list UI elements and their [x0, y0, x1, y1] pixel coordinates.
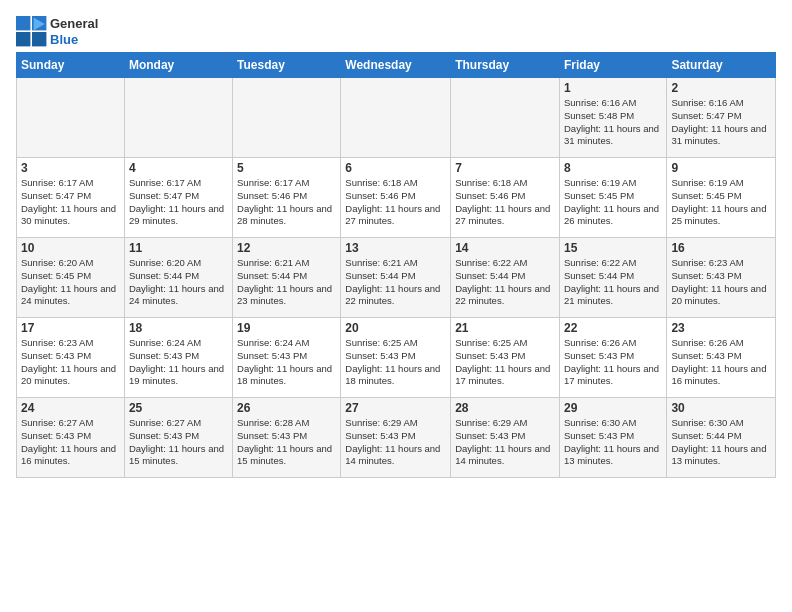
calendar-cell: 4Sunrise: 6:17 AM Sunset: 5:47 PM Daylig…	[124, 158, 232, 238]
day-info: Sunrise: 6:24 AM Sunset: 5:43 PM Dayligh…	[237, 337, 336, 388]
day-info: Sunrise: 6:30 AM Sunset: 5:43 PM Dayligh…	[564, 417, 662, 468]
calendar-cell: 9Sunrise: 6:19 AM Sunset: 5:45 PM Daylig…	[667, 158, 776, 238]
calendar-cell: 28Sunrise: 6:29 AM Sunset: 5:43 PM Dayli…	[451, 398, 560, 478]
day-number: 2	[671, 81, 771, 95]
day-info: Sunrise: 6:16 AM Sunset: 5:47 PM Dayligh…	[671, 97, 771, 148]
day-info: Sunrise: 6:17 AM Sunset: 5:46 PM Dayligh…	[237, 177, 336, 228]
logo: General Blue	[16, 16, 98, 48]
calendar-cell: 16Sunrise: 6:23 AM Sunset: 5:43 PM Dayli…	[667, 238, 776, 318]
day-info: Sunrise: 6:26 AM Sunset: 5:43 PM Dayligh…	[671, 337, 771, 388]
day-number: 25	[129, 401, 228, 415]
calendar-cell: 6Sunrise: 6:18 AM Sunset: 5:46 PM Daylig…	[341, 158, 451, 238]
day-info: Sunrise: 6:22 AM Sunset: 5:44 PM Dayligh…	[564, 257, 662, 308]
header-saturday: Saturday	[667, 53, 776, 78]
day-number: 14	[455, 241, 555, 255]
header-tuesday: Tuesday	[233, 53, 341, 78]
calendar-cell: 15Sunrise: 6:22 AM Sunset: 5:44 PM Dayli…	[559, 238, 666, 318]
svg-rect-0	[16, 16, 30, 30]
day-number: 30	[671, 401, 771, 415]
calendar-cell: 3Sunrise: 6:17 AM Sunset: 5:47 PM Daylig…	[17, 158, 125, 238]
day-info: Sunrise: 6:21 AM Sunset: 5:44 PM Dayligh…	[345, 257, 446, 308]
calendar-cell: 11Sunrise: 6:20 AM Sunset: 5:44 PM Dayli…	[124, 238, 232, 318]
calendar-cell: 22Sunrise: 6:26 AM Sunset: 5:43 PM Dayli…	[559, 318, 666, 398]
calendar-header-row: SundayMondayTuesdayWednesdayThursdayFrid…	[17, 53, 776, 78]
day-number: 19	[237, 321, 336, 335]
day-info: Sunrise: 6:18 AM Sunset: 5:46 PM Dayligh…	[455, 177, 555, 228]
calendar-week-row: 3Sunrise: 6:17 AM Sunset: 5:47 PM Daylig…	[17, 158, 776, 238]
day-info: Sunrise: 6:19 AM Sunset: 5:45 PM Dayligh…	[564, 177, 662, 228]
calendar-cell: 17Sunrise: 6:23 AM Sunset: 5:43 PM Dayli…	[17, 318, 125, 398]
day-number: 5	[237, 161, 336, 175]
calendar-cell: 2Sunrise: 6:16 AM Sunset: 5:47 PM Daylig…	[667, 78, 776, 158]
calendar-cell: 14Sunrise: 6:22 AM Sunset: 5:44 PM Dayli…	[451, 238, 560, 318]
calendar-cell	[17, 78, 125, 158]
day-info: Sunrise: 6:20 AM Sunset: 5:45 PM Dayligh…	[21, 257, 120, 308]
calendar-cell: 29Sunrise: 6:30 AM Sunset: 5:43 PM Dayli…	[559, 398, 666, 478]
day-number: 11	[129, 241, 228, 255]
logo-name-blue: Blue	[50, 32, 98, 48]
day-number: 21	[455, 321, 555, 335]
day-info: Sunrise: 6:19 AM Sunset: 5:45 PM Dayligh…	[671, 177, 771, 228]
day-number: 26	[237, 401, 336, 415]
day-info: Sunrise: 6:29 AM Sunset: 5:43 PM Dayligh…	[345, 417, 446, 468]
calendar-cell: 13Sunrise: 6:21 AM Sunset: 5:44 PM Dayli…	[341, 238, 451, 318]
calendar-cell: 19Sunrise: 6:24 AM Sunset: 5:43 PM Dayli…	[233, 318, 341, 398]
header-sunday: Sunday	[17, 53, 125, 78]
calendar-cell	[341, 78, 451, 158]
day-number: 4	[129, 161, 228, 175]
day-info: Sunrise: 6:25 AM Sunset: 5:43 PM Dayligh…	[345, 337, 446, 388]
day-number: 6	[345, 161, 446, 175]
calendar-cell	[233, 78, 341, 158]
page-header: General Blue	[16, 16, 776, 48]
day-info: Sunrise: 6:17 AM Sunset: 5:47 PM Dayligh…	[21, 177, 120, 228]
day-number: 1	[564, 81, 662, 95]
svg-rect-3	[32, 32, 46, 46]
header-monday: Monday	[124, 53, 232, 78]
day-info: Sunrise: 6:27 AM Sunset: 5:43 PM Dayligh…	[21, 417, 120, 468]
day-number: 15	[564, 241, 662, 255]
day-number: 18	[129, 321, 228, 335]
calendar-cell: 23Sunrise: 6:26 AM Sunset: 5:43 PM Dayli…	[667, 318, 776, 398]
day-number: 22	[564, 321, 662, 335]
day-info: Sunrise: 6:17 AM Sunset: 5:47 PM Dayligh…	[129, 177, 228, 228]
calendar-cell: 5Sunrise: 6:17 AM Sunset: 5:46 PM Daylig…	[233, 158, 341, 238]
calendar-table: SundayMondayTuesdayWednesdayThursdayFrid…	[16, 52, 776, 478]
day-number: 24	[21, 401, 120, 415]
day-number: 17	[21, 321, 120, 335]
calendar-week-row: 24Sunrise: 6:27 AM Sunset: 5:43 PM Dayli…	[17, 398, 776, 478]
calendar-cell: 20Sunrise: 6:25 AM Sunset: 5:43 PM Dayli…	[341, 318, 451, 398]
day-number: 23	[671, 321, 771, 335]
header-friday: Friday	[559, 53, 666, 78]
calendar-week-row: 17Sunrise: 6:23 AM Sunset: 5:43 PM Dayli…	[17, 318, 776, 398]
day-number: 10	[21, 241, 120, 255]
calendar-cell: 12Sunrise: 6:21 AM Sunset: 5:44 PM Dayli…	[233, 238, 341, 318]
svg-rect-2	[16, 32, 30, 46]
calendar-cell: 8Sunrise: 6:19 AM Sunset: 5:45 PM Daylig…	[559, 158, 666, 238]
calendar-cell: 26Sunrise: 6:28 AM Sunset: 5:43 PM Dayli…	[233, 398, 341, 478]
day-number: 16	[671, 241, 771, 255]
day-info: Sunrise: 6:27 AM Sunset: 5:43 PM Dayligh…	[129, 417, 228, 468]
calendar-cell: 30Sunrise: 6:30 AM Sunset: 5:44 PM Dayli…	[667, 398, 776, 478]
day-info: Sunrise: 6:18 AM Sunset: 5:46 PM Dayligh…	[345, 177, 446, 228]
day-number: 29	[564, 401, 662, 415]
calendar-cell: 25Sunrise: 6:27 AM Sunset: 5:43 PM Dayli…	[124, 398, 232, 478]
logo-name-general: General	[50, 16, 98, 32]
calendar-cell: 18Sunrise: 6:24 AM Sunset: 5:43 PM Dayli…	[124, 318, 232, 398]
day-info: Sunrise: 6:28 AM Sunset: 5:43 PM Dayligh…	[237, 417, 336, 468]
day-number: 7	[455, 161, 555, 175]
day-info: Sunrise: 6:25 AM Sunset: 5:43 PM Dayligh…	[455, 337, 555, 388]
day-number: 9	[671, 161, 771, 175]
day-info: Sunrise: 6:16 AM Sunset: 5:48 PM Dayligh…	[564, 97, 662, 148]
day-info: Sunrise: 6:23 AM Sunset: 5:43 PM Dayligh…	[671, 257, 771, 308]
day-number: 8	[564, 161, 662, 175]
day-info: Sunrise: 6:23 AM Sunset: 5:43 PM Dayligh…	[21, 337, 120, 388]
day-number: 27	[345, 401, 446, 415]
header-thursday: Thursday	[451, 53, 560, 78]
day-number: 28	[455, 401, 555, 415]
day-info: Sunrise: 6:20 AM Sunset: 5:44 PM Dayligh…	[129, 257, 228, 308]
calendar-cell: 24Sunrise: 6:27 AM Sunset: 5:43 PM Dayli…	[17, 398, 125, 478]
day-info: Sunrise: 6:30 AM Sunset: 5:44 PM Dayligh…	[671, 417, 771, 468]
day-info: Sunrise: 6:24 AM Sunset: 5:43 PM Dayligh…	[129, 337, 228, 388]
day-info: Sunrise: 6:26 AM Sunset: 5:43 PM Dayligh…	[564, 337, 662, 388]
day-number: 12	[237, 241, 336, 255]
